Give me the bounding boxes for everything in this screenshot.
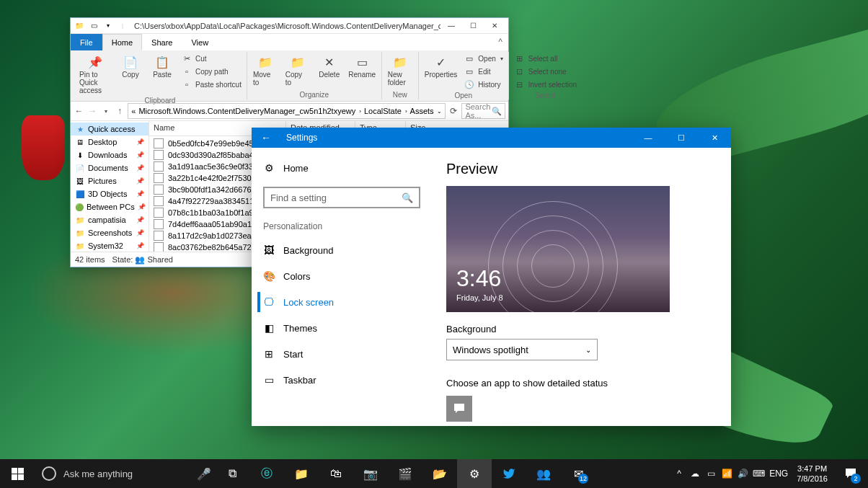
select-all-button[interactable]: ⊞Select all [512, 52, 579, 65]
lock-screen-preview: 3:46 Friday, July 8 [446, 186, 670, 312]
nav-back-button[interactable]: ← [74, 103, 84, 119]
open-button[interactable]: ▭Open▾ [461, 52, 505, 65]
folder-icon: 📄 [75, 163, 85, 173]
network-icon[interactable]: 📶 [719, 459, 735, 488]
edit-button[interactable]: ▭Edit [461, 65, 505, 78]
nav-item[interactable]: 🖥Desktop📌 [71, 136, 149, 148]
close-button[interactable]: ✕ [484, 19, 505, 33]
task-view-button[interactable]: ⧉ [215, 459, 249, 488]
sidebar-item-background[interactable]: 🖼Background [257, 237, 426, 263]
paste-shortcut-button[interactable]: ▫Paste shortcut [179, 78, 244, 91]
cortana-search[interactable]: Ask me anything [35, 459, 193, 488]
preview-time: 3:46 [456, 265, 501, 292]
back-button[interactable]: ← [252, 128, 280, 148]
address-bar-row: ← → ▾ ↑ « Microsoft.Windows.ContentDeliv… [71, 102, 508, 121]
star-icon: ★ [75, 124, 85, 134]
camera-app[interactable]: 📷 [353, 459, 388, 488]
history-button[interactable]: 🕓History [461, 78, 505, 91]
cut-button[interactable]: ✂Cut [179, 52, 244, 65]
nav-recent-button[interactable]: ▾ [101, 103, 112, 119]
file-icon [154, 161, 164, 172]
clock[interactable]: 3:47 PM 7/8/2016 [791, 463, 833, 484]
nav-item[interactable]: 📁Screenshots📌 [71, 226, 149, 239]
tab-share[interactable]: Share [142, 34, 182, 50]
file-icon [154, 196, 164, 206]
sidebar-item-lock-screen[interactable]: 🖵Lock screen [257, 289, 426, 315]
nav-item[interactable]: 🖼Pictures📌 [71, 174, 149, 187]
store-app[interactable]: 🛍 [319, 459, 353, 488]
sidebar-item-colors[interactable]: 🎨Colors [257, 263, 426, 289]
settings-titlebar[interactable]: ← Settings — ☐ ✕ [252, 128, 731, 148]
quick-access[interactable]: ★Quick access [71, 123, 149, 136]
settings-app[interactable]: ⚙ [457, 459, 492, 488]
choose-app-button[interactable] [446, 396, 472, 422]
tab-file[interactable]: File [71, 34, 102, 50]
find-setting-input[interactable]: Find a setting 🔍 [263, 187, 420, 208]
breadcrumb[interactable]: LocalState› [364, 107, 407, 115]
open-icon: ▭ [464, 53, 475, 64]
tab-view[interactable]: View [182, 34, 218, 50]
sidebar-item-taskbar[interactable]: ▭Taskbar [257, 367, 426, 393]
nav-up-button[interactable]: ↑ [114, 103, 125, 119]
refresh-button[interactable]: ⟳ [448, 103, 459, 119]
nav-item[interactable]: ⬇Downloads📌 [71, 148, 149, 161]
edge-app[interactable]: ⓔ [249, 459, 284, 488]
onedrive-icon[interactable]: ☁ [687, 459, 703, 488]
properties-button[interactable]: ✓Properties [422, 52, 461, 80]
copy-to-button[interactable]: 📁Copy to [283, 52, 313, 88]
copy-button[interactable]: 📄Copy [115, 52, 146, 80]
cortana-mic-button[interactable]: 🎤 [193, 459, 215, 488]
nav-forward-button[interactable]: → [87, 103, 98, 119]
defender-icon[interactable]: ▭ [703, 459, 719, 488]
language-indicator[interactable]: ENG [766, 459, 791, 488]
start-button[interactable] [0, 459, 35, 488]
breadcrumb[interactable]: « [131, 107, 136, 115]
chevron-down-icon[interactable]: ⌄ [437, 108, 442, 115]
maximize-button[interactable]: ☐ [665, 128, 698, 148]
sidebar-item-start[interactable]: ⊞Start [257, 341, 426, 367]
taskbar-icon: ▭ [263, 374, 275, 386]
minimize-button[interactable]: — [440, 19, 462, 33]
copy-path-button[interactable]: ▫Copy path [179, 65, 244, 78]
explorer-search-input[interactable]: Search As... 🔍 [461, 103, 505, 119]
delete-button[interactable]: ✕Delete [314, 52, 345, 80]
invert-selection-button[interactable]: ⊟Invert selection [512, 78, 579, 91]
paste-button[interactable]: 📋Paste [147, 52, 177, 80]
breadcrumb[interactable]: Microsoft.Windows.ContentDeliveryManager… [138, 107, 360, 115]
tray-overflow-button[interactable]: ^ [671, 459, 687, 488]
nav-item[interactable]: 📁System32📌 [71, 239, 149, 252]
close-button[interactable]: ✕ [698, 128, 731, 148]
address-bar[interactable]: « Microsoft.Windows.ContentDeliveryManag… [128, 103, 445, 119]
people-app[interactable]: 👥 [526, 459, 561, 488]
nav-item[interactable]: 🟦3D Objects📌 [71, 187, 149, 200]
mail-app[interactable]: ✉12 [561, 459, 595, 488]
explorer-titlebar[interactable]: 📁 ▭ ▾ | C:\Users\xbox\AppData\Local\Pack… [71, 18, 508, 34]
home-link[interactable]: ⚙ Home [257, 156, 426, 179]
rename-button[interactable]: ▭Rename [346, 52, 378, 80]
minimize-button[interactable]: — [632, 128, 665, 148]
tab-home[interactable]: Home [102, 34, 142, 50]
keyboard-icon[interactable]: ⌨ [750, 459, 766, 488]
explorer-running[interactable]: 📂 [422, 459, 457, 488]
pin-quick-access-button[interactable]: 📌Pin to Quick access [76, 52, 114, 96]
nav-item[interactable]: 📄Documents📌 [71, 161, 149, 174]
movies-app[interactable]: 🎬 [388, 459, 422, 488]
nav-item[interactable]: 🟢Between PCs📌 [71, 200, 149, 213]
qat-dropdown-icon[interactable]: ▾ [102, 20, 114, 32]
file-icon [154, 150, 164, 160]
volume-icon[interactable]: 🔊 [735, 459, 750, 488]
breadcrumb[interactable]: Assets [410, 107, 434, 115]
move-to-button[interactable]: 📁Move to [250, 52, 281, 88]
file-explorer-app[interactable]: 📁 [284, 459, 319, 488]
nav-item[interactable]: 📁campatisia📌 [71, 213, 149, 226]
ribbon-collapse-icon[interactable]: ^ [492, 34, 508, 50]
navigation-pane: ★Quick access 🖥Desktop📌⬇Downloads📌📄Docum… [71, 121, 149, 252]
action-center-button[interactable]: 2 [833, 459, 868, 488]
qat-props-icon[interactable]: ▭ [88, 20, 99, 32]
select-none-button[interactable]: ⊡Select none [512, 65, 579, 78]
twitter-app[interactable] [492, 459, 526, 488]
new-folder-button[interactable]: 📁New folder [385, 52, 415, 88]
maximize-button[interactable]: ☐ [462, 19, 484, 33]
sidebar-item-themes[interactable]: ◧Themes [257, 315, 426, 341]
background-dropdown[interactable]: Windows spotlight ⌄ [446, 339, 598, 360]
